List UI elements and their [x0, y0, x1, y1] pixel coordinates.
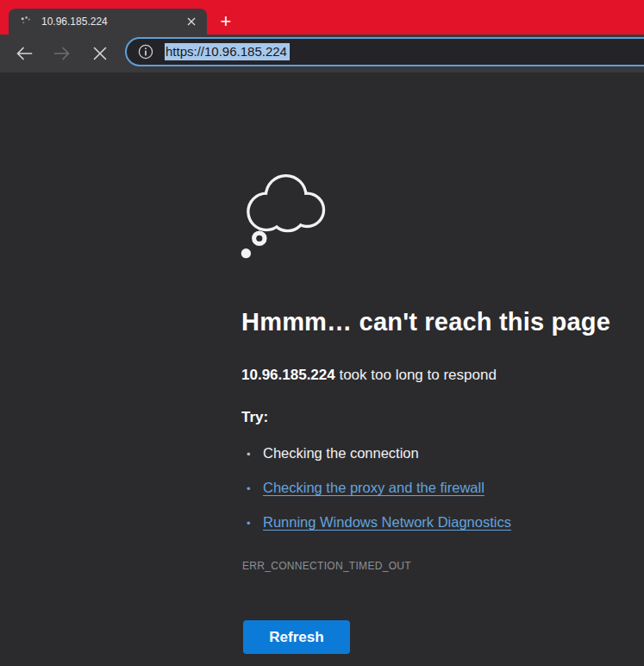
stop-button[interactable]	[88, 41, 112, 66]
suggestion-item: • Checking the proxy and the firewall	[241, 480, 511, 514]
url-input[interactable]: https://10.96.185.224	[165, 43, 290, 60]
refresh-button[interactable]: Refresh	[243, 620, 350, 654]
browser-window: 10.96.185.224 +	[0, 0, 644, 666]
suggestion-list: • Checking the connection • Checking the…	[241, 445, 511, 549]
tab-close-icon[interactable]	[183, 13, 200, 30]
back-button[interactable]	[12, 41, 36, 66]
tab-strip: 10.96.185.224 +	[0, 0, 644, 35]
proxy-firewall-link[interactable]: Checking the proxy and the firewall	[263, 480, 485, 496]
network-diagnostics-link[interactable]: Running Windows Network Diagnostics	[263, 514, 511, 531]
error-host: 10.96.185.224	[241, 367, 335, 383]
back-arrow-icon	[15, 44, 34, 63]
site-info-icon[interactable]	[137, 43, 154, 60]
forward-button[interactable]	[50, 41, 74, 66]
forward-arrow-icon	[53, 44, 72, 63]
new-tab-button[interactable]: +	[214, 9, 238, 34]
bullet-icon: •	[241, 482, 263, 495]
thought-cloud-icon	[234, 169, 328, 266]
error-title: Hmmm… can't reach this page	[241, 308, 638, 336]
browser-tab[interactable]: 10.96.185.224	[9, 9, 207, 35]
address-bar[interactable]: https://10.96.185.224	[125, 37, 644, 66]
bullet-icon: •	[241, 517, 263, 530]
error-subtitle: 10.96.185.224 took too long to respond	[241, 367, 497, 384]
tab-title: 10.96.185.224	[41, 16, 183, 28]
error-code: ERR_CONNECTION_TIMED_OUT	[242, 560, 411, 572]
suggestion-item: • Running Windows Network Diagnostics	[241, 514, 511, 549]
bullet-icon: •	[241, 448, 263, 461]
suggestion-label: Checking the connection	[263, 445, 419, 462]
suggestion-item: • Checking the connection	[241, 445, 511, 480]
stop-x-icon	[91, 45, 109, 62]
loading-spinner-icon	[19, 15, 33, 28]
error-subtitle-text: took too long to respond	[335, 367, 497, 383]
try-label: Try:	[241, 409, 268, 426]
